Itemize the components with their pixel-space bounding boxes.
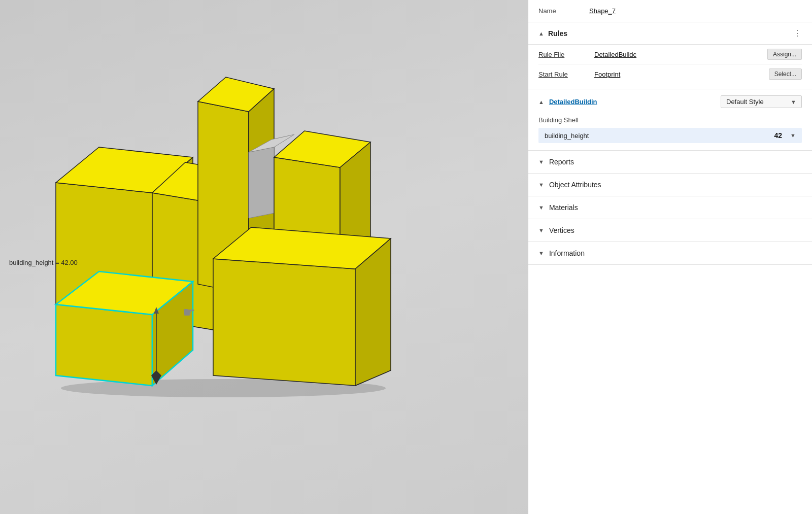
- rules-body: Rule File DetailedBuildc Assign... Start…: [528, 45, 812, 89]
- start-rule-label: Start Rule: [538, 71, 589, 78]
- name-label: Name: [538, 7, 579, 15]
- rules-section-title: Rules: [548, 29, 567, 38]
- assign-button[interactable]: Assign...: [767, 49, 802, 60]
- vertices-section[interactable]: ▼ Vertices: [528, 219, 812, 242]
- svg-marker-15: [213, 259, 355, 386]
- vertices-section-title: Vertices: [549, 226, 574, 234]
- building-3d-view: ☛: [25, 41, 421, 406]
- information-section[interactable]: ▼ Information: [528, 242, 812, 265]
- rule-file-value[interactable]: DetailedBuildc: [594, 51, 762, 58]
- reports-section[interactable]: ▼ Reports: [528, 151, 812, 174]
- object-attributes-section-title: Object Attributes: [549, 181, 601, 189]
- detailed-buildin-header[interactable]: ▲ DetailedBuildin Default Style ▼: [528, 89, 812, 114]
- start-rule-row: Start Rule Footprint Select...: [538, 64, 802, 84]
- vertices-chevron-down-icon: ▼: [538, 227, 544, 233]
- building-height-value: 42: [774, 131, 783, 140]
- name-row: Name Shape_7: [528, 0, 812, 22]
- materials-section-title: Materials: [549, 203, 578, 212]
- building-height-row[interactable]: building_height 42 ▼: [538, 128, 802, 143]
- information-section-title: Information: [549, 249, 585, 257]
- select-button[interactable]: Select...: [769, 68, 802, 80]
- svg-text:☛: ☛: [183, 304, 195, 320]
- svg-marker-10: [249, 147, 274, 218]
- reports-chevron-down-icon: ▼: [538, 159, 544, 165]
- materials-section[interactable]: ▼ Materials: [528, 196, 812, 219]
- right-panel: Name Shape_7 ▲ Rules ⋮ Rule File Detaile…: [528, 0, 812, 514]
- style-dropdown-text: Default Style: [726, 98, 764, 106]
- rules-chevron-up-icon: ▲: [538, 30, 544, 37]
- style-dropdown-arrow-icon: ▼: [791, 99, 796, 105]
- building-height-dropdown-arrow-icon[interactable]: ▼: [790, 132, 796, 139]
- rule-file-row: Rule File DetailedBuildc Assign...: [538, 45, 802, 64]
- name-value: Shape_7: [589, 7, 616, 15]
- rule-file-label: Rule File: [538, 51, 589, 58]
- detailed-chevron-up-icon: ▲: [538, 99, 544, 105]
- detailed-buildin-section: ▲ DetailedBuildin Default Style ▼ Buildi…: [528, 89, 812, 151]
- object-attributes-chevron-down-icon: ▼: [538, 182, 544, 188]
- rules-dots-menu-icon[interactable]: ⋮: [793, 28, 802, 38]
- building-height-label: building_height = 42.00: [9, 259, 78, 266]
- style-dropdown[interactable]: Default Style ▼: [721, 95, 802, 108]
- start-rule-value[interactable]: Footprint: [594, 71, 764, 78]
- detailed-buildin-title[interactable]: DetailedBuildin: [549, 98, 716, 106]
- reports-section-title: Reports: [549, 158, 574, 166]
- information-chevron-down-icon: ▼: [538, 250, 544, 256]
- object-attributes-section[interactable]: ▼ Object Attributes: [528, 174, 812, 196]
- rules-section-header[interactable]: ▲ Rules ⋮: [528, 22, 812, 45]
- svg-marker-18: [56, 304, 152, 386]
- building-height-key: building_height: [545, 132, 774, 140]
- building-shell-label: Building Shell: [528, 114, 812, 128]
- viewport: ☛ building_height = 42.00: [0, 0, 528, 514]
- materials-chevron-down-icon: ▼: [538, 204, 544, 211]
